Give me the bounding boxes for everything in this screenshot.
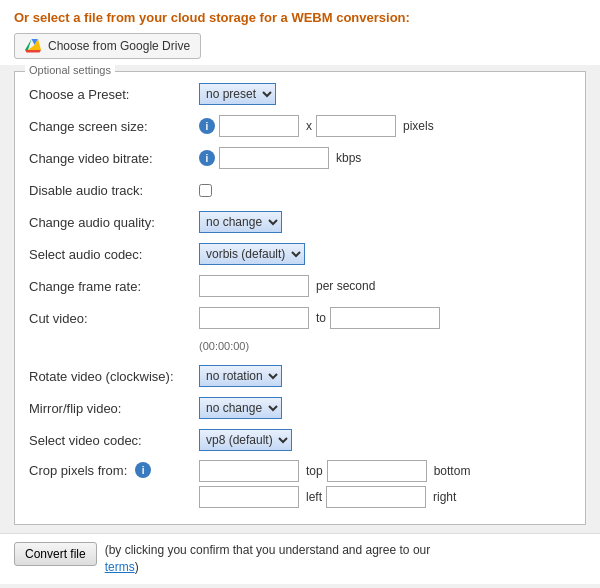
top-section: Or select a file from your cloud storage… xyxy=(0,0,600,584)
screen-size-label: Change screen size: xyxy=(29,119,199,134)
bitrate-input[interactable] xyxy=(219,147,329,169)
convert-button[interactable]: Convert file xyxy=(14,542,97,566)
optional-legend: Optional settings xyxy=(25,64,115,76)
disable-audio-row: Disable audio track: xyxy=(29,178,571,202)
rotate-label: Rotate video (clockwise): xyxy=(29,369,199,384)
crop-top-label: top xyxy=(306,464,323,478)
preset-row: Choose a Preset: no preset custom xyxy=(29,82,571,106)
video-codec-select[interactable]: vp8 (default) h264 vp9 xyxy=(199,429,292,451)
crop-row: Crop pixels from: i top bottom left rig xyxy=(29,460,571,508)
audio-quality-select[interactable]: no change low medium high xyxy=(199,211,282,233)
info-icon-crop[interactable]: i xyxy=(135,462,151,478)
cloud-label: Or select a file from your cloud storage… xyxy=(14,10,586,25)
rotate-select[interactable]: no rotation 90° 180° 270° xyxy=(199,365,282,387)
screen-unit: pixels xyxy=(403,119,434,133)
bitrate-row: Change video bitrate: i kbps xyxy=(29,146,571,170)
video-codec-label: Select video codec: xyxy=(29,433,199,448)
audio-quality-label: Change audio quality: xyxy=(29,215,199,230)
screen-size-row: Change screen size: i x pixels xyxy=(29,114,571,138)
info-icon-bitrate[interactable]: i xyxy=(199,150,215,166)
frame-rate-input[interactable] xyxy=(199,275,309,297)
cut-video-row: Cut video: to xyxy=(29,306,571,330)
audio-quality-row: Change audio quality: no change low medi… xyxy=(29,210,571,234)
gdrive-button-label: Choose from Google Drive xyxy=(48,39,190,53)
bitrate-label: Change video bitrate: xyxy=(29,151,199,166)
cut-video-label: Cut video: xyxy=(29,311,199,326)
disable-audio-checkbox[interactable] xyxy=(199,184,212,197)
terms-link[interactable]: terms xyxy=(105,560,135,574)
cut-to-label: to xyxy=(316,311,326,325)
crop-right-label: right xyxy=(433,490,456,504)
gdrive-button[interactable]: Choose from Google Drive xyxy=(14,33,201,59)
agree-text: (by clicking you confirm that you unders… xyxy=(105,542,431,576)
rotate-row: Rotate video (clockwise): no rotation 90… xyxy=(29,364,571,388)
audio-codec-select[interactable]: vorbis (default) mp3 aac xyxy=(199,243,305,265)
cut-end-input[interactable] xyxy=(330,307,440,329)
bitrate-unit: kbps xyxy=(336,151,361,165)
mirror-row: Mirror/flip video: no change horizontal … xyxy=(29,396,571,420)
crop-value-3[interactable] xyxy=(199,486,299,508)
frame-rate-row: Change frame rate: per second xyxy=(29,274,571,298)
audio-codec-label: Select audio codec: xyxy=(29,247,199,262)
audio-codec-row: Select audio codec: vorbis (default) mp3… xyxy=(29,242,571,266)
cut-start-input[interactable] xyxy=(199,307,309,329)
crop-value-2[interactable] xyxy=(327,460,427,482)
screen-width-input[interactable] xyxy=(219,115,299,137)
footer-section: Convert file (by clicking you confirm th… xyxy=(0,533,600,584)
crop-label: Crop pixels from: xyxy=(29,463,127,478)
frame-rate-unit: per second xyxy=(316,279,375,293)
crop-left-label: left xyxy=(306,490,322,504)
mirror-select[interactable]: no change horizontal vertical xyxy=(199,397,282,419)
preset-label: Choose a Preset: xyxy=(29,87,199,102)
screen-sep: x xyxy=(306,119,312,133)
crop-value-1[interactable] xyxy=(199,460,299,482)
crop-value-4[interactable] xyxy=(326,486,426,508)
screen-height-input[interactable] xyxy=(316,115,396,137)
gdrive-icon xyxy=(25,38,43,54)
disable-audio-label: Disable audio track: xyxy=(29,183,199,198)
mirror-label: Mirror/flip video: xyxy=(29,401,199,416)
info-icon-screen[interactable]: i xyxy=(199,118,215,134)
crop-bottom-label: bottom xyxy=(434,464,471,478)
svg-marker-4 xyxy=(25,50,41,53)
preset-select[interactable]: no preset custom xyxy=(199,83,276,105)
optional-box: Optional settings Choose a Preset: no pr… xyxy=(14,71,586,525)
frame-rate-label: Change frame rate: xyxy=(29,279,199,294)
video-codec-row: Select video codec: vp8 (default) h264 v… xyxy=(29,428,571,452)
cut-timecode-hint: (00:00:00) xyxy=(199,340,249,352)
